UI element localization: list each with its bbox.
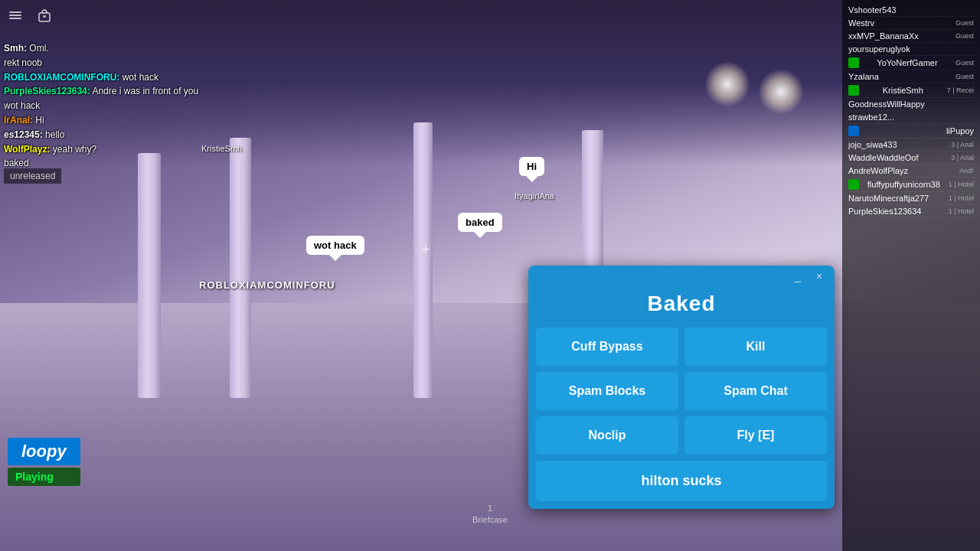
loopy-name-bg: loopy <box>8 438 80 465</box>
svg-rect-2 <box>9 18 21 19</box>
right-sidebar: Vshooter543 Westrv Guest xxMVP_BananaXx … <box>842 0 980 551</box>
chat-text: Hi <box>35 115 44 126</box>
chat-text: hello <box>45 129 64 140</box>
svg-rect-4 <box>43 15 46 18</box>
chat-username: Smh: <box>4 43 27 54</box>
crosshair: + <box>421 241 430 259</box>
list-item: Yzalana Guest <box>846 70 976 83</box>
minimize-button[interactable]: _ <box>790 270 805 282</box>
chat-username: es12345: <box>4 129 43 140</box>
ityairl-label: ItyagirlAna <box>514 191 554 201</box>
hack-menu-header: _ × <box>528 266 835 285</box>
noclip-button[interactable]: Noclip <box>536 416 678 455</box>
chat-text: rekt noob <box>4 57 42 68</box>
ceiling-light-2 <box>758 69 804 115</box>
sidebar-top-name: Vshooter543 <box>848 5 896 15</box>
sidebar-player-top: Vshooter543 <box>846 4 976 17</box>
chat-username: IrAnal: <box>4 115 33 126</box>
briefcase-number: 1 <box>488 504 492 513</box>
loopy-bar: loopy Playing <box>8 438 80 486</box>
spam-chat-button[interactable]: Spam Chat <box>684 372 827 410</box>
list-item: jojo_siwa433 3 | Anal <box>846 139 976 152</box>
chat-line: ROBLOXIAMCOMINFORU: wot hack <box>4 71 249 84</box>
chat-line: rekt noob <box>4 57 249 70</box>
chat-text: wot hack <box>4 100 40 111</box>
menu-icon[interactable] <box>4 4 27 27</box>
speech-bubble-wothack: wot hack <box>306 236 364 255</box>
chat-text: Oml. <box>29 43 48 54</box>
list-item: AndreWolfPlayz Andr <box>846 165 976 178</box>
chat-line: IrAnal: Hi <box>4 114 249 127</box>
unreleased-tag: unreleased <box>4 168 61 184</box>
chat-text: Andre i was in front of you <box>92 86 198 96</box>
chat-username: WolfPlayz: <box>4 144 50 155</box>
hack-menu: _ × Baked Cuff Bypass Kill Spam Blocks S… <box>528 266 835 509</box>
pillar-3 <box>413 122 433 398</box>
hack-menu-title: Baked <box>528 285 835 328</box>
loopy-status: Playing <box>15 471 54 483</box>
big-player-name: ROBLOXIAMCOMINFORU <box>199 279 335 291</box>
player-icon <box>848 57 859 68</box>
list-item: PurpleSkies123634 1 | Hotel <box>846 205 976 218</box>
player-icon <box>848 85 859 96</box>
pillar-1 <box>138 153 161 398</box>
list-item: WaddleWaddleOof 3 | Anal <box>846 152 976 165</box>
list-item: yoursuperuglyok <box>846 43 976 56</box>
player-icon <box>848 126 859 136</box>
list-item: fluffypuffyunicorn38 1 | Hotel <box>846 178 976 192</box>
close-button[interactable]: × <box>812 270 827 282</box>
loopy-name: loopy <box>21 442 67 461</box>
chat-username: ROBLOXIAMCOMINFORU: <box>4 72 119 83</box>
fly-button[interactable]: Fly [E] <box>684 416 827 455</box>
hack-menu-controls: _ × <box>790 270 827 282</box>
kristie-label: KristieSmh <box>201 144 242 153</box>
list-item: Westrv Guest <box>846 17 976 30</box>
cuff-bypass-button[interactable]: Cuff Bypass <box>536 328 678 366</box>
list-item: liPupoy <box>846 124 976 139</box>
list-item: KristieSmh 7 | Recei <box>846 83 976 98</box>
list-item: NarutoMinecraftja277 1 | Hotel <box>846 192 976 205</box>
hilton-sucks-button[interactable]: hilton sucks <box>536 461 827 501</box>
speech-bubble-baked: baked <box>458 213 502 232</box>
chat-text: yeah why? <box>53 144 96 155</box>
chat-text: baked <box>4 158 29 168</box>
ceiling-light-1 <box>704 61 750 107</box>
hack-menu-bottom: hilton sucks <box>528 461 835 503</box>
speech-bubble-hi: Hi <box>519 157 544 176</box>
player-icon <box>848 179 859 190</box>
list-item: xxMVP_BananaXx Guest <box>846 30 976 43</box>
top-left-icons <box>4 4 56 27</box>
list-item: GoodnessWillHappy <box>846 98 976 111</box>
list-item: strawbe12... <box>846 111 976 124</box>
briefcase-label: Briefcase <box>472 515 508 524</box>
chat-line: Smh: Oml. <box>4 42 249 55</box>
svg-rect-1 <box>9 15 21 16</box>
hack-menu-grid: Cuff Bypass Kill Spam Blocks Spam Chat N… <box>528 328 835 461</box>
chat-username: PurpleSkies123634: <box>4 86 90 96</box>
chat-line: es12345: hello <box>4 129 249 142</box>
chat-line: wot hack <box>4 99 249 112</box>
list-item: YoYoNerfGamer Guest <box>846 56 976 70</box>
pillar-2 <box>230 138 251 398</box>
kill-button[interactable]: Kill <box>684 328 827 366</box>
spam-blocks-button[interactable]: Spam Blocks <box>536 372 678 410</box>
loopy-status-bg: Playing <box>8 468 80 486</box>
chat-text: wot hack <box>122 72 158 83</box>
backpack-icon[interactable] <box>33 4 56 27</box>
svg-rect-0 <box>9 11 21 13</box>
chat-line: PurpleSkies123634: Andre i was in front … <box>4 85 249 98</box>
